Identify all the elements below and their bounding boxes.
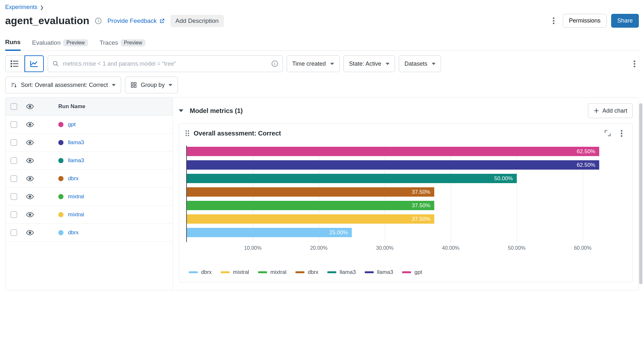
- state-filter[interactable]: State: Active: [343, 55, 395, 72]
- run-color-dot: [58, 122, 63, 127]
- legend-label: gpt: [414, 269, 422, 275]
- table-row[interactable]: llama3: [5, 152, 173, 170]
- time-created-filter[interactable]: Time created: [287, 55, 340, 72]
- bar-value-label: 25.00%: [329, 229, 348, 236]
- legend-swatch: [327, 271, 336, 273]
- eye-icon[interactable]: [26, 230, 34, 236]
- svg-point-3: [11, 61, 12, 62]
- chart-bar[interactable]: 37.50%: [187, 214, 434, 224]
- legend-item[interactable]: gpt: [402, 269, 422, 275]
- legend-label: dbrx: [308, 269, 318, 275]
- table-row[interactable]: mixtral: [5, 206, 173, 224]
- eye-icon[interactable]: [26, 158, 34, 163]
- group-by-button[interactable]: Group by: [125, 77, 178, 93]
- chevron-down-icon: [168, 84, 172, 86]
- row-checkbox[interactable]: [11, 193, 17, 200]
- chart-bar[interactable]: 50.00%: [187, 174, 517, 183]
- svg-point-20: [29, 196, 31, 198]
- run-link[interactable]: dbrx: [68, 229, 79, 236]
- legend-item[interactable]: dbrx: [295, 269, 318, 275]
- svg-point-5: [11, 66, 12, 67]
- sort-button[interactable]: Sort: Overall assessment: Correct: [5, 77, 121, 93]
- run-link[interactable]: gpt: [68, 121, 76, 128]
- run-link[interactable]: mixtral: [68, 211, 84, 218]
- svg-point-19: [29, 178, 31, 180]
- view-toolbar: i Time created State: Active Datasets: [5, 55, 639, 72]
- permissions-button[interactable]: Permissions: [563, 14, 607, 28]
- expand-icon[interactable]: [605, 130, 610, 136]
- add-description-button[interactable]: Add Description: [170, 15, 224, 27]
- tab-runs[interactable]: Runs: [5, 37, 21, 51]
- x-axis-tick: 20.00%: [310, 245, 327, 251]
- legend-item[interactable]: mixtral: [258, 269, 286, 275]
- row-checkbox[interactable]: [11, 139, 17, 146]
- share-button[interactable]: Share: [611, 14, 639, 28]
- run-link[interactable]: llama3: [68, 139, 84, 146]
- eye-icon[interactable]: [26, 140, 34, 145]
- run-color-dot: [58, 212, 63, 217]
- eye-icon[interactable]: [26, 122, 34, 127]
- chart-view-button[interactable]: [24, 55, 44, 72]
- header-overflow-menu[interactable]: [549, 16, 558, 25]
- tab-evaluation[interactable]: Evaluation Preview: [32, 37, 88, 51]
- run-link[interactable]: mixtral: [68, 193, 84, 200]
- vertical-scrollbar[interactable]: [639, 103, 642, 284]
- chart-bar[interactable]: 62.50%: [187, 160, 599, 170]
- metrics-section-header: Model metrics (1) Add chart: [179, 103, 633, 118]
- chart-bar[interactable]: 37.50%: [187, 201, 434, 210]
- table-row[interactable]: gpt: [5, 116, 173, 134]
- tab-traces[interactable]: Traces Preview: [100, 37, 145, 51]
- search-input[interactable]: [63, 61, 268, 67]
- table-row[interactable]: mixtral: [5, 188, 173, 206]
- eye-icon[interactable]: [26, 194, 34, 200]
- table-row[interactable]: dbrx: [5, 170, 173, 188]
- row-checkbox[interactable]: [11, 157, 17, 164]
- chart-bar[interactable]: 25.00%: [187, 228, 352, 237]
- tab-evaluation-label: Evaluation: [32, 39, 61, 46]
- row-checkbox[interactable]: [11, 175, 17, 182]
- legend-item[interactable]: mixtral: [221, 269, 249, 275]
- x-axis-tick: 60.00%: [574, 245, 591, 251]
- legend-swatch: [258, 271, 267, 273]
- collapse-toggle[interactable]: [179, 109, 183, 112]
- run-link[interactable]: llama3: [68, 157, 84, 164]
- provide-feedback-label: Provide Feedback: [107, 17, 157, 24]
- legend-item[interactable]: dbrx: [189, 269, 212, 275]
- view-toggle-group: [5, 55, 44, 72]
- search-box[interactable]: i: [48, 55, 283, 72]
- add-chart-button[interactable]: Add chart: [588, 103, 633, 118]
- datasets-filter[interactable]: Datasets: [399, 55, 441, 72]
- row-checkbox[interactable]: [11, 121, 17, 128]
- chevron-right-icon: ❯: [40, 5, 44, 10]
- select-all-checkbox[interactable]: [11, 103, 17, 110]
- legend-item[interactable]: llama3: [327, 269, 356, 275]
- search-info-icon[interactable]: i: [272, 61, 278, 67]
- eye-icon[interactable]: [26, 104, 34, 109]
- row-checkbox[interactable]: [11, 211, 17, 218]
- drag-handle-icon[interactable]: [186, 130, 189, 136]
- preview-badge: Preview: [63, 39, 88, 46]
- eye-icon[interactable]: [26, 176, 34, 182]
- chevron-down-icon: [386, 63, 389, 65]
- run-link[interactable]: dbrx: [68, 175, 79, 182]
- sort-icon: [11, 82, 17, 88]
- chart-overflow-menu[interactable]: [617, 129, 626, 138]
- eye-icon[interactable]: [26, 212, 34, 218]
- info-icon[interactable]: i: [95, 18, 101, 24]
- provide-feedback-link[interactable]: Provide Feedback: [107, 17, 164, 24]
- chart-bar[interactable]: 37.50%: [187, 187, 434, 197]
- list-view-button[interactable]: [5, 55, 24, 72]
- table-row[interactable]: llama3: [5, 134, 173, 152]
- plus-icon: [593, 108, 599, 114]
- legend-item[interactable]: llama3: [365, 269, 393, 275]
- svg-rect-13: [131, 86, 133, 88]
- toolbar-overflow-menu[interactable]: [630, 59, 639, 68]
- table-row[interactable]: dbrx: [5, 224, 173, 242]
- row-checkbox[interactable]: [11, 229, 17, 236]
- chart-bar[interactable]: 62.50%: [187, 147, 599, 156]
- svg-point-6: [53, 61, 57, 65]
- breadcrumb-experiments-link[interactable]: Experiments: [5, 4, 37, 11]
- kebab-icon: [634, 61, 635, 67]
- bar-value-label: 37.50%: [412, 216, 430, 222]
- chart-gridline: [451, 145, 451, 242]
